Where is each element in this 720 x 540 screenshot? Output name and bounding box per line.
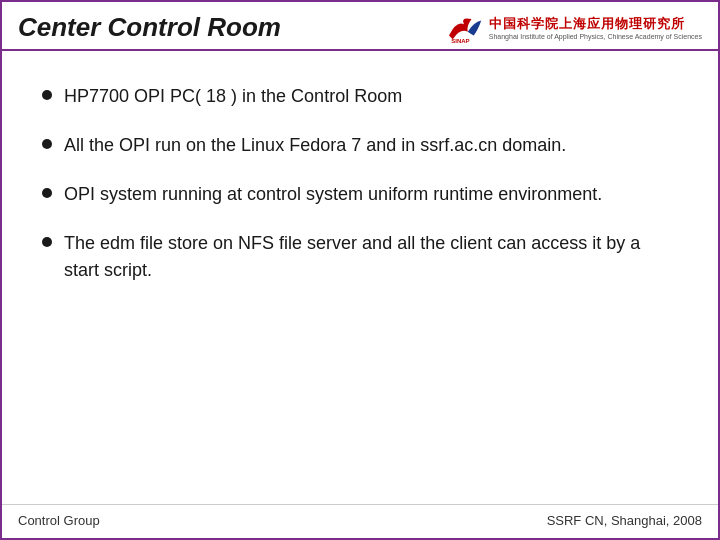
bullet-dot-icon — [42, 237, 52, 247]
logo-area: SINAP 中国科学院上海应用物理研究所 Shanghai Institute … — [445, 13, 702, 43]
bullet-text: HP7700 OPI PC( 18 ) in the Control Room — [64, 83, 678, 110]
header: Center Control Room SINAP 中国科学院上海应用物理研究所… — [2, 2, 718, 51]
list-item: All the OPI run on the Linux Fedora 7 an… — [42, 132, 678, 159]
bullet-dot-icon — [42, 188, 52, 198]
bullet-dot-icon — [42, 139, 52, 149]
main-content: HP7700 OPI PC( 18 ) in the Control RoomA… — [2, 51, 718, 504]
list-item: HP7700 OPI PC( 18 ) in the Control Room — [42, 83, 678, 110]
logo-text: 中国科学院上海应用物理研究所 Shanghai Institute of App… — [489, 15, 702, 40]
footer-left: Control Group — [18, 513, 100, 528]
bullet-text: All the OPI run on the Linux Fedora 7 an… — [64, 132, 678, 159]
slide-title: Center Control Room — [18, 12, 281, 43]
bullet-dot-icon — [42, 90, 52, 100]
bullet-text: OPI system running at control system uni… — [64, 181, 678, 208]
slide: Center Control Room SINAP 中国科学院上海应用物理研究所… — [0, 0, 720, 540]
bullet-text: The edm file store on NFS file server an… — [64, 230, 678, 284]
list-item: The edm file store on NFS file server an… — [42, 230, 678, 284]
logo-en: Shanghai Institute of Applied Physics, C… — [489, 33, 702, 40]
footer: Control Group SSRF CN, Shanghai, 2008 — [2, 504, 718, 538]
bullet-list: HP7700 OPI PC( 18 ) in the Control RoomA… — [42, 83, 678, 284]
institute-logo-icon: SINAP — [445, 13, 483, 43]
list-item: OPI system running at control system uni… — [42, 181, 678, 208]
logo-cn: 中国科学院上海应用物理研究所 — [489, 15, 685, 33]
footer-right: SSRF CN, Shanghai, 2008 — [547, 513, 702, 528]
svg-text:SINAP: SINAP — [451, 38, 469, 43]
